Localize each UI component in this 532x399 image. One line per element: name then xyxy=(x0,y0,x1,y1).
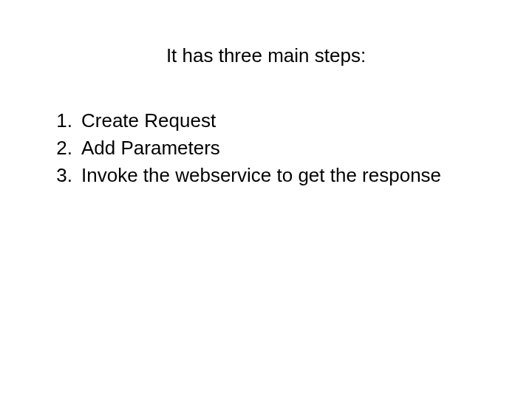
steps-list: Create Request Add Parameters Invoke the… xyxy=(30,108,502,188)
list-item-label: Create Request xyxy=(81,109,216,132)
page-title: It has three main steps: xyxy=(30,44,502,67)
list-item: Invoke the webservice to get the respons… xyxy=(30,163,502,188)
list-item: Create Request xyxy=(30,108,502,134)
list-item-label: Invoke the webservice to get the respons… xyxy=(81,164,441,186)
list-item: Add Parameters xyxy=(30,135,502,161)
list-item-label: Add Parameters xyxy=(81,137,220,159)
